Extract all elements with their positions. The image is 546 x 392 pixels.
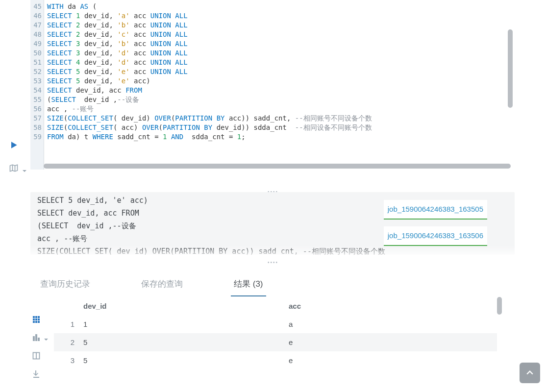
result-toolbar	[32, 316, 48, 379]
chart-icon[interactable]	[32, 334, 48, 343]
splitter-handle-bottom[interactable]: ••••	[268, 260, 278, 263]
cell-acc: a	[289, 320, 494, 328]
grid-view-icon[interactable]	[32, 316, 48, 325]
tab-saved-queries[interactable]: 保存的查询	[138, 274, 186, 296]
cell-acc: e	[289, 338, 494, 346]
svg-rect-8	[38, 321, 40, 323]
svg-rect-6	[33, 321, 35, 323]
cell-acc: e	[289, 356, 494, 365]
svg-rect-4	[35, 318, 37, 320]
table-row[interactable]: 35e	[54, 351, 497, 369]
editor-toolbar	[9, 140, 26, 174]
columns-icon[interactable]	[32, 352, 48, 361]
table-row[interactable]: 25e	[54, 333, 497, 351]
row-index: 2	[57, 338, 83, 346]
col-acc[interactable]: acc	[289, 302, 494, 310]
cell-dev-id: 5	[83, 356, 289, 365]
table-row[interactable]: 11a	[54, 315, 497, 333]
editor-vscrollbar[interactable]	[508, 29, 513, 108]
job-links: job_1590064246383_163505job_159006424638…	[384, 200, 487, 246]
svg-rect-5	[38, 318, 40, 320]
svg-rect-7	[35, 321, 37, 323]
results-vscrollbar[interactable]	[497, 297, 502, 315]
log-fade-overlay	[30, 246, 515, 258]
svg-rect-10	[36, 335, 37, 341]
results-table: dev_id acc 11a25e35e	[54, 297, 497, 369]
svg-rect-3	[33, 318, 35, 320]
code-editor[interactable]: 454647484950515253545556575859 WITH da A…	[30, 0, 515, 170]
row-index: 1	[57, 320, 83, 328]
svg-rect-2	[38, 316, 40, 318]
cell-dev-id: 5	[83, 338, 289, 346]
cell-dev-id: 1	[83, 320, 289, 328]
svg-rect-1	[35, 316, 37, 318]
editor-hscrollbar[interactable]	[44, 164, 511, 169]
svg-rect-9	[33, 337, 34, 341]
tab-query-history[interactable]: 查询历史记录	[37, 274, 93, 296]
scroll-top-button[interactable]	[520, 363, 540, 383]
svg-rect-11	[38, 338, 39, 341]
run-icon[interactable]	[9, 140, 26, 151]
code-content[interactable]: WITH da AS (SELECT 1 dev_id, 'a' acc UNI…	[44, 0, 515, 170]
map-icon[interactable]	[9, 163, 26, 174]
result-tabs: 查询历史记录 保存的查询 结果 (3)	[30, 270, 515, 297]
row-index: 3	[57, 356, 83, 365]
line-gutter: 454647484950515253545556575859	[30, 0, 44, 170]
job-link[interactable]: job_1590064246383_163506	[384, 226, 487, 246]
col-dev-id[interactable]: dev_id	[83, 302, 289, 310]
results-header: dev_id acc	[54, 297, 497, 315]
job-link[interactable]: job_1590064246383_163505	[384, 200, 487, 220]
query-log: SELECT 5 dev_id, 'e' acc) SELECT dev_id,…	[30, 192, 515, 255]
download-icon[interactable]	[32, 370, 48, 379]
svg-rect-0	[33, 316, 35, 318]
tab-results[interactable]: 结果 (3)	[231, 274, 266, 296]
